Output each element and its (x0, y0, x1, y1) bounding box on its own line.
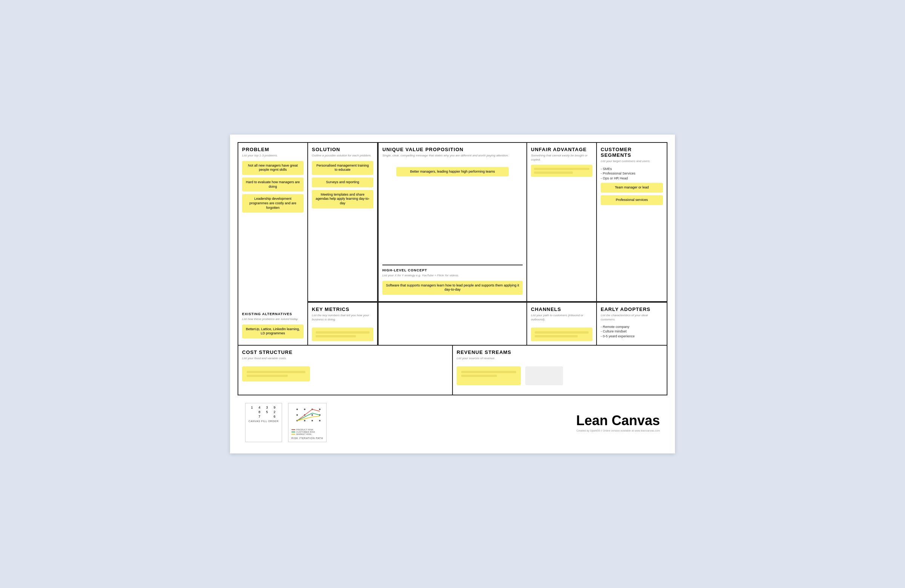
grid-empty-2 (249, 415, 255, 418)
canvas-subtitle: Created by Spark59 // Online version ava… (576, 430, 660, 432)
unfair-subtitle: Something that cannot easily be bought o… (531, 154, 592, 162)
hlc-area: HIGH-LEVEL CONCEPT List your X for Y ana… (383, 265, 522, 297)
earlyadopters-static: - Remote company- Culture mindset- 0-5 y… (601, 325, 663, 339)
solution-item-3: Meeting templates and share agendas help… (312, 190, 373, 208)
grid-num-5: 5 (264, 410, 270, 414)
risk-chart-svg (292, 406, 322, 426)
customers-title: CUSTOMER SEGMENTS (601, 147, 663, 158)
canvas-title: Lean Canvas (576, 413, 660, 429)
key-metrics-section: KEY METRICS List the key numbers that te… (308, 303, 378, 345)
svg-point-0 (296, 409, 298, 410)
grid-num-4: 4 (256, 406, 263, 409)
bottom-row: COST STRUCTURE List your fixed and varia… (238, 345, 667, 395)
svg-point-4 (296, 414, 298, 416)
row2-right: KEY METRICS List the key numbers that te… (308, 302, 667, 345)
canvas-right-area: SOLUTION Outline a possible solution for… (308, 143, 667, 345)
customers-static: - SMEs- Professional Services- Ops or HR… (601, 166, 663, 181)
revenue-subtitle: List your sources of revenue. (457, 357, 663, 360)
svg-point-3 (319, 409, 321, 410)
solution-item-2: Surveys and reporting (312, 178, 373, 187)
unfair-title: UNFAIR ADVANTAGE (531, 147, 592, 152)
uvp-spacer (378, 303, 527, 345)
existing-alternatives-title: EXISTING ALTERNATIVES (242, 312, 303, 316)
customers-item-1: Team manager or lead (601, 183, 663, 193)
revenue-title: REVENUE STREAMS (457, 349, 663, 355)
grid-num-6: 6 (271, 415, 278, 418)
main-canvas-area: PROBLEM List your top 1-3 problems. Not … (238, 143, 667, 345)
early-adopters-section: EARLY ADOPTERS List the characteristics … (597, 303, 667, 345)
earlyadopters-title: EARLY ADOPTERS (601, 306, 663, 312)
solution-section: SOLUTION Outline a possible solution for… (308, 143, 378, 301)
solution-subtitle: Outline a possible solution for each pro… (312, 154, 373, 158)
risk-iteration-path: PRODUCT RISK CUSTOMER RISK MARKET RISK R… (288, 403, 327, 442)
footer: 1 4 3 9 8 5 2 7 6 CANVAS FILL ORDER (238, 399, 667, 446)
grid-empty-3 (264, 415, 270, 418)
problem-section: PROBLEM List your top 1-3 problems. Not … (238, 143, 308, 345)
grid-num-3: 3 (264, 406, 270, 409)
channels-title: CHANNELS (531, 306, 592, 312)
grid-empty-1 (249, 410, 255, 414)
channels-subtitle: List your path to customers (inbound or … (531, 314, 592, 322)
uvp-item: Better managers, leading happier high pe… (396, 167, 509, 177)
canvas-fill-order: 1 4 3 9 8 5 2 7 6 CANVAS FILL ORDER (245, 403, 282, 442)
svg-point-9 (304, 420, 305, 422)
cost-title: COST STRUCTURE (242, 349, 448, 355)
existing-alternatives-subtitle: List how these problems are solved today… (242, 317, 303, 321)
lean-canvas: PROBLEM List your top 1-3 problems. Not … (238, 142, 667, 395)
keymetrics-placeholder (312, 328, 373, 341)
problem-item-2: Hard to evaluate how managers are doing (242, 178, 303, 192)
uvp-subtitle: Single, clear, compelling message that s… (383, 154, 522, 158)
customers-subtitle: List your target customers and users. (601, 159, 663, 163)
uvp-section: UNIQUE VALUE PROPOSITION Single, clear, … (378, 143, 527, 301)
svg-point-6 (311, 414, 313, 416)
row1-right: SOLUTION Outline a possible solution for… (308, 143, 667, 302)
channels-section: CHANNELS List your path to customers (in… (527, 303, 597, 345)
uvp-title: UNIQUE VALUE PROPOSITION (383, 147, 522, 152)
grid-num-9: 9 (271, 406, 278, 409)
canvas-fill-order-label: CANVAS FILL ORDER (249, 420, 279, 423)
customer-segments-section: CUSTOMER SEGMENTS List your target custo… (597, 143, 667, 301)
hlc-title: HIGH-LEVEL CONCEPT (383, 268, 522, 272)
cost-subtitle: List your fixed and variable costs. (242, 357, 448, 360)
grid-num-8: 8 (256, 410, 263, 414)
problem-item-3: Leadership development programmes are co… (242, 194, 303, 212)
cost-structure-section: COST STRUCTURE List your fixed and varia… (238, 346, 453, 395)
unfair-placeholder (531, 165, 592, 177)
channels-placeholder (531, 328, 592, 341)
revenue-placeholder (457, 366, 521, 385)
svg-point-11 (319, 420, 321, 422)
revenue-placeholder-2 (525, 366, 563, 385)
footer-left: 1 4 3 9 8 5 2 7 6 CANVAS FILL ORDER (245, 403, 327, 442)
solution-title: SOLUTION (312, 147, 373, 152)
unfair-advantage-section: UNFAIR ADVANTAGE Something that cannot e… (527, 143, 597, 301)
footer-right: Lean Canvas Created by Spark59 // Online… (576, 413, 660, 432)
problem-item-1: Not all new managers have great people m… (242, 161, 303, 175)
problem-title: PROBLEM (242, 147, 303, 152)
cost-placeholder (242, 366, 310, 382)
risk-iteration-label: RISK ITERATION PATH (292, 437, 323, 439)
earlyadopters-subtitle: List the characteristics of your ideal c… (601, 314, 663, 322)
grid-num-2: 2 (271, 410, 278, 414)
keymetrics-subtitle: List the key numbers that tell you how y… (312, 314, 373, 322)
grid-num-7: 7 (256, 415, 263, 418)
hlc-subtitle: List your X for Y analogy e.g. YouTube =… (383, 274, 522, 277)
solution-item-1: Personalised management training to educ… (312, 161, 373, 175)
grid-num-1: 1 (249, 406, 255, 409)
customers-item-2: Professional services (601, 195, 663, 205)
existing-alternatives-item: BetterUp, Lattice, LinkedIn learning, LD… (242, 325, 303, 339)
problem-subtitle: List your top 1-3 problems. (242, 154, 303, 158)
revenue-streams-section: REVENUE STREAMS List your sources of rev… (453, 346, 667, 395)
svg-point-10 (311, 420, 313, 422)
page-wrapper: PROBLEM List your top 1-3 problems. Not … (230, 135, 675, 453)
svg-point-1 (304, 409, 305, 410)
keymetrics-title: KEY METRICS (312, 306, 373, 312)
hlc-item: Software that supports managers learn ho… (383, 281, 522, 295)
